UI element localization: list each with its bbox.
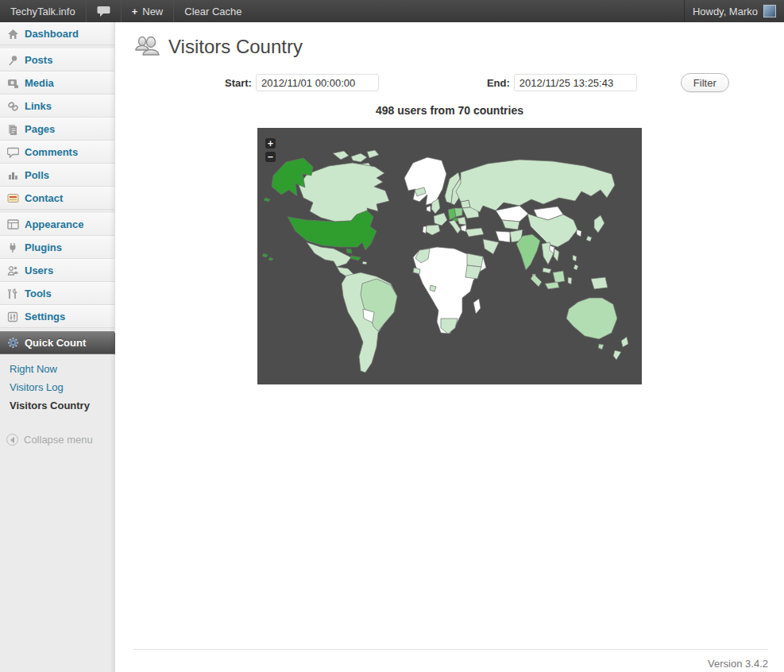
sidebar-item-label: Contact	[25, 192, 63, 204]
visitors-header-icon	[133, 34, 160, 60]
end-date-input[interactable]	[514, 74, 637, 91]
clear-cache-label: Clear Cache	[184, 6, 241, 17]
sidebar-item-comments[interactable]: Comments	[0, 141, 114, 164]
sidebar-item-label: Appearance	[25, 218, 83, 230]
sidebar-item-contact[interactable]: Contact	[0, 187, 114, 210]
submenu-item-visitors-country[interactable]: Visitors Country	[10, 396, 114, 415]
submenu-item-right-now[interactable]: Right Now	[10, 360, 114, 378]
sidebar-item-label: Polls	[25, 169, 49, 181]
new-content-button[interactable]: + New	[122, 0, 174, 22]
start-label: Start:	[225, 77, 252, 89]
sidebar-item-label: Posts	[25, 54, 52, 66]
pages-icon	[6, 123, 19, 136]
sidebar-item-label: Dashboard	[25, 28, 79, 40]
sidebar-item-label: Comments	[25, 146, 78, 158]
sidebar-item-users[interactable]: Users	[0, 259, 114, 282]
admin-sidebar: Dashboard Posts Media Links Pages Commen…	[0, 22, 115, 672]
end-label: End:	[487, 77, 510, 89]
sidebar-item-label: Media	[25, 77, 54, 89]
speech-bubble-icon	[6, 146, 19, 159]
sliders-icon	[6, 311, 19, 323]
date-filter-form: Start: End: Filter	[115, 73, 784, 92]
account-menu[interactable]: Howdy, Marko	[684, 0, 784, 22]
zoom-in-button[interactable]: +	[265, 138, 276, 149]
sidebar-item-pages[interactable]: Pages	[0, 118, 114, 141]
howdy-label: Howdy, Marko	[693, 6, 758, 17]
plus-icon: +	[132, 6, 138, 17]
chain-link-icon	[6, 100, 19, 113]
home-icon	[6, 28, 19, 41]
footer: Version 3.4.2	[115, 649, 784, 670]
sidebar-item-tools[interactable]: Tools	[0, 282, 114, 305]
plug-icon	[6, 241, 19, 254]
sidebar-item-quick-count[interactable]: Quick Count	[0, 331, 114, 354]
version-label: Version 3.4.2	[133, 650, 768, 670]
zoom-out-button[interactable]: −	[265, 152, 276, 162]
world-map[interactable]: + −	[257, 128, 642, 384]
tools-icon	[6, 288, 19, 300]
site-name-menu[interactable]: TechyTalk.info	[0, 0, 86, 22]
collapse-menu-label: Collapse menu	[24, 434, 93, 446]
sidebar-item-plugins[interactable]: Plugins	[0, 236, 114, 259]
new-label: New	[142, 6, 163, 17]
quick-count-submenu: Right Now Visitors Log Visitors Country	[0, 354, 114, 423]
visitors-summary: 498 users from 70 countries	[115, 104, 784, 117]
sidebar-item-posts[interactable]: Posts	[0, 48, 114, 71]
admin-bar: TechyTalk.info + New Clear Cache Howdy, …	[0, 0, 784, 22]
sidebar-item-polls[interactable]: Polls	[0, 164, 114, 187]
map-zoom-controls: + −	[265, 138, 276, 162]
main-content: Visitors Country Start: End: Filter 498 …	[115, 22, 784, 672]
gear-icon	[6, 337, 19, 350]
sidebar-item-dashboard[interactable]: Dashboard	[0, 22, 114, 45]
avatar	[763, 5, 776, 17]
sidebar-item-label: Users	[25, 265, 53, 276]
bar-chart-icon	[6, 169, 19, 182]
sidebar-item-label: Quick Count	[25, 337, 86, 349]
collapse-menu-button[interactable]: Collapse menu	[0, 434, 114, 446]
site-name-label: TechyTalk.info	[10, 6, 75, 17]
submenu-item-visitors-log[interactable]: Visitors Log	[10, 378, 114, 396]
camera-icon	[6, 77, 19, 90]
sidebar-item-settings[interactable]: Settings	[0, 305, 114, 328]
envelope-icon	[6, 192, 19, 205]
page-title: Visitors Country	[168, 36, 303, 58]
comment-bubble-icon	[97, 6, 110, 17]
comments-bubble-button[interactable]	[87, 0, 121, 22]
sidebar-item-links[interactable]: Links	[0, 95, 114, 118]
users-icon	[6, 265, 19, 277]
sidebar-item-label: Plugins	[25, 241, 62, 253]
world-map-svg	[257, 128, 642, 384]
sidebar-item-label: Settings	[25, 311, 65, 322]
sidebar-item-label: Tools	[25, 288, 52, 299]
sidebar-item-appearance[interactable]: Appearance	[0, 213, 114, 236]
sidebar-item-label: Links	[25, 100, 52, 112]
sidebar-item-label: Pages	[25, 123, 55, 135]
pushpin-icon	[6, 54, 19, 67]
collapse-arrow-icon	[6, 434, 18, 446]
filter-button[interactable]: Filter	[681, 73, 729, 92]
sidebar-item-media[interactable]: Media	[0, 71, 114, 95]
clear-cache-button[interactable]: Clear Cache	[174, 0, 252, 22]
layout-icon	[6, 218, 19, 231]
start-date-input[interactable]	[256, 74, 379, 91]
